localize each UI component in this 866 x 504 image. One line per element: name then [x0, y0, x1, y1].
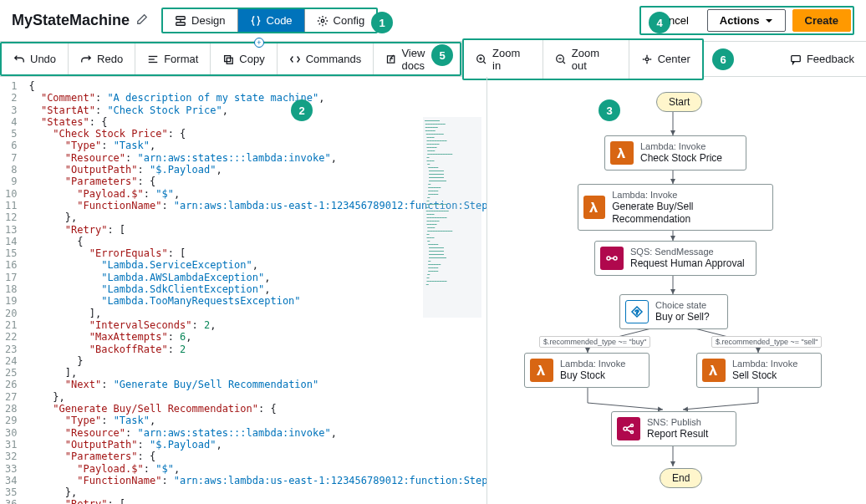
mode-tabs: Design Code Config	[161, 8, 378, 33]
svg-rect-22	[792, 55, 801, 61]
node-check-stock[interactable]: Lambda: InvokeCheck Stock Price	[604, 135, 746, 171]
tab-config[interactable]: Config	[305, 9, 377, 32]
graph-toolbar: Zoom in Zoom out Center	[462, 38, 703, 80]
lambda-icon	[610, 141, 634, 165]
zoomout-label: Zoom out	[572, 47, 617, 72]
minimap[interactable]: ▬▬▬▬▬▬ ▬▬▬▬▬▬▬▬ ▬▬▬▬▬ ▬▬▬▬ ▬▬▬▬▬▬▬ ▬▬▬ ▬…	[423, 117, 481, 318]
sns-icon	[617, 417, 640, 440]
copy-label: Copy	[239, 53, 264, 65]
commands-label: Commands	[306, 53, 361, 65]
svg-line-11	[484, 61, 486, 64]
format-label: Format	[164, 53, 198, 65]
edge-buy-label: $.recommended_type ~= "buy"	[539, 336, 650, 348]
node-report-result[interactable]: SNS: PublishReport Result	[611, 411, 736, 446]
node-sell-stock[interactable]: Lambda: InvokeSell Stock	[696, 353, 822, 388]
callout-2: 2	[291, 99, 313, 121]
start-node[interactable]: Start	[656, 92, 702, 112]
svg-point-28	[607, 257, 610, 260]
tab-code-label: Code	[267, 14, 293, 27]
feedback-button[interactable]: Feedback	[778, 46, 866, 72]
caret-down-icon	[765, 17, 773, 25]
zoomin-label: Zoom in	[492, 47, 531, 72]
copy-button[interactable]: Copy	[211, 43, 277, 74]
svg-line-15	[563, 61, 566, 64]
svg-point-29	[614, 257, 617, 260]
callout-3: 3	[599, 99, 620, 121]
redo-label: Redo	[97, 53, 123, 65]
svg-line-36	[627, 430, 631, 432]
svg-rect-7	[225, 55, 231, 61]
undo-label: Undo	[30, 53, 56, 65]
svg-point-33	[631, 425, 634, 427]
actions-label: Actions	[720, 14, 760, 27]
svg-point-32	[624, 427, 627, 430]
callout-5: 5	[431, 44, 453, 66]
tab-design-label: Design	[191, 14, 225, 27]
tab-design[interactable]: Design	[163, 9, 237, 32]
svg-point-17	[645, 58, 649, 61]
graph-canvas[interactable]: Start Lambda: InvokeCheck Stock Price La…	[487, 77, 866, 504]
svg-point-3	[321, 19, 324, 23]
commands-button[interactable]: Commands	[278, 43, 374, 74]
center-label: Center	[658, 53, 690, 65]
code-editor[interactable]: 1234567891011121314151617181920212223242…	[0, 77, 487, 504]
lambda-icon	[702, 359, 726, 382]
zoomin-button[interactable]: Zoom in	[464, 40, 543, 79]
node-request-approval[interactable]: SQS: SendMessageRequest Human Approval	[594, 241, 756, 276]
code-toolbar: Undo Redo Format Copy Commands View docs	[0, 42, 461, 76]
add-panel-icon[interactable]: +	[254, 38, 264, 48]
node-choice[interactable]: ? Choice stateBuy or Sell?	[619, 294, 728, 329]
node-generate-rec[interactable]: Lambda: InvokeGenerate Buy/Sell Recommen…	[578, 184, 773, 231]
choice-icon: ?	[625, 300, 649, 323]
callout-4: 4	[649, 12, 670, 33]
zoomout-button[interactable]: Zoom out	[543, 40, 629, 79]
sqs-icon	[600, 247, 624, 270]
page-title: MyStateMachine	[12, 12, 130, 29]
end-node[interactable]: End	[660, 468, 702, 488]
actions-button[interactable]: Actions	[707, 9, 786, 32]
svg-rect-0	[176, 16, 186, 19]
format-button[interactable]: Format	[135, 43, 211, 74]
redo-button[interactable]: Redo	[69, 43, 135, 74]
callout-1: 1	[371, 12, 393, 33]
lambda-icon	[530, 359, 553, 382]
svg-rect-8	[227, 58, 233, 64]
lambda-icon	[583, 196, 605, 219]
tab-config-label: Config	[334, 14, 365, 27]
svg-rect-1	[176, 22, 186, 25]
svg-text:?: ?	[635, 308, 639, 316]
edit-icon[interactable]	[136, 13, 148, 28]
center-button[interactable]: Center	[629, 40, 702, 79]
feedback-label: Feedback	[807, 53, 854, 65]
right-actions: Cancel Actions Create	[639, 6, 854, 35]
svg-point-34	[631, 431, 634, 434]
svg-line-35	[627, 426, 631, 429]
svg-rect-9	[388, 55, 395, 62]
create-button[interactable]: Create	[792, 9, 851, 32]
undo-button[interactable]: Undo	[2, 43, 69, 74]
tab-code[interactable]: Code	[238, 9, 305, 32]
node-buy-stock[interactable]: Lambda: InvokeBuy Stock	[524, 353, 650, 388]
edge-sell-label: $.recommended_type ~= "sell"	[711, 336, 822, 348]
callout-6: 6	[712, 48, 734, 70]
